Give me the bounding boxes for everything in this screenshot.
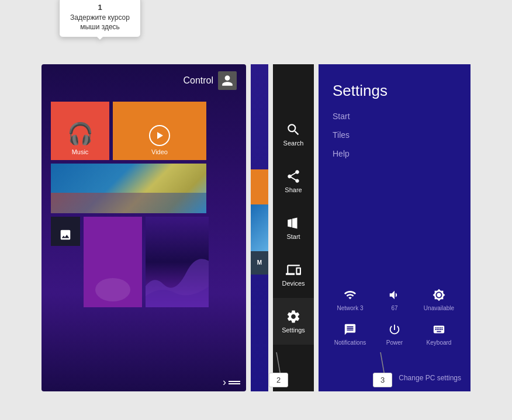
power-icon: [388, 323, 401, 336]
notifications-icon: [344, 323, 357, 336]
wave-graphic: [146, 249, 209, 307]
settings-links: Start Tiles Help: [319, 112, 471, 158]
tile-wave[interactable]: [146, 217, 209, 307]
callout-2-label: 2: [276, 376, 281, 384]
charm-search-label: Search: [283, 140, 304, 147]
user-avatar: [218, 71, 237, 90]
footer-line-2: [229, 383, 240, 384]
tile-video-label: Video: [151, 148, 168, 155]
charm-start[interactable]: Start: [273, 204, 314, 251]
brightness-icon: [433, 289, 445, 301]
callout-3-container: 3: [373, 373, 392, 387]
windows-icon: [286, 216, 301, 231]
charm-search[interactable]: Search: [273, 111, 314, 158]
callout-3-label: 3: [380, 376, 385, 384]
preview-strip: M: [251, 64, 268, 391]
tiles-row-3: [51, 217, 237, 307]
footer-lines: [229, 381, 240, 384]
user-icon: [221, 74, 234, 87]
settings-icon-keyboard-label: Keyboard: [427, 339, 452, 346]
search-icon: [286, 122, 301, 137]
settings-icons-row-2: Notifications Power Keyboard: [328, 323, 461, 346]
charms-bar: Search Share Start Devices: [273, 64, 314, 391]
svg-line-1: [276, 352, 281, 376]
tooltip-text: Задержите курсор мыши здесь: [68, 13, 132, 33]
user-name: Control: [183, 75, 213, 86]
start-screen-header: Control: [41, 64, 246, 97]
start-screen: Control 🎧 Music: [41, 64, 246, 391]
charm-share[interactable]: Share: [273, 158, 314, 204]
settings-link-help[interactable]: Help: [333, 149, 456, 158]
tooltip-number: 1: [68, 2, 132, 13]
callout-2-container: 2: [269, 373, 288, 387]
play-icon-container: [149, 125, 170, 146]
footer-line-1: [229, 381, 240, 382]
settings-icon-network-label: Network 3: [337, 305, 363, 311]
tiles-row-1: 🎧 Music Video: [51, 102, 237, 160]
settings-icon-volume[interactable]: 67: [374, 289, 415, 311]
settings-icon-notifications[interactable]: Notifications: [330, 323, 371, 346]
settings-icon-brightness[interactable]: Unavailable: [418, 289, 459, 311]
gear-icon: [286, 309, 301, 324]
photo-icon: [59, 228, 72, 241]
network-icon: [344, 289, 357, 301]
callout-box-3: 3: [373, 373, 392, 387]
settings-title: Settings: [319, 64, 471, 112]
settings-link-start[interactable]: Start: [333, 112, 456, 121]
play-icon: [155, 131, 164, 140]
tile-purple[interactable]: [84, 217, 142, 307]
tooltip-bubble: 1 Задержите курсор мыши здесь: [59, 0, 141, 37]
share-icon: [286, 169, 301, 184]
settings-icon-power-label: Power: [386, 339, 403, 346]
tiles-row-2: [51, 164, 237, 213]
charm-settings[interactable]: Settings: [273, 298, 314, 345]
keyboard-icon: [433, 323, 445, 336]
tile-small-dark[interactable]: [51, 217, 80, 246]
main-container: 1 Задержите курсор мыши здесь Control 🎧 …: [41, 29, 471, 391]
callout-box-2: 2: [269, 373, 288, 387]
headphones-icon: 🎧: [67, 122, 94, 146]
settings-icons-row-1: Network 3 67 Unavailable: [328, 289, 461, 311]
charm-devices-label: Devices: [282, 280, 305, 287]
start-screen-footer: ›: [41, 374, 246, 391]
settings-icon-power[interactable]: Power: [374, 323, 415, 346]
tile-music[interactable]: 🎧 Music: [51, 102, 109, 160]
charm-start-label: Start: [286, 233, 300, 240]
tile-video[interactable]: Video: [113, 102, 206, 160]
charm-devices[interactable]: Devices: [273, 251, 314, 298]
settings-panel: Settings Start Tiles Help Network 3: [319, 64, 471, 391]
settings-icon-network[interactable]: Network 3: [330, 289, 371, 311]
charm-settings-label: Settings: [282, 327, 305, 334]
preview-strip-orange: [251, 169, 268, 204]
charm-share-label: Share: [285, 186, 302, 193]
tile-music-label: Music: [72, 148, 89, 155]
settings-icon-brightness-label: Unavailable: [424, 305, 454, 311]
svg-marker-0: [157, 132, 163, 139]
svg-line-2: [380, 352, 385, 376]
footer-arrow: ›: [223, 376, 226, 388]
settings-icon-notifications-label: Notifications: [334, 339, 366, 346]
preview-strip-photo: [251, 204, 268, 251]
settings-icon-keyboard[interactable]: Keyboard: [418, 323, 459, 346]
tiles-grid: 🎧 Music Video: [41, 97, 246, 312]
preview-strip-m: M: [251, 251, 268, 275]
volume-icon: [388, 289, 401, 301]
settings-link-tiles[interactable]: Tiles: [333, 130, 456, 140]
devices-icon: [286, 262, 301, 277]
tile-travel[interactable]: [51, 164, 206, 213]
settings-icon-volume-label: 67: [391, 305, 397, 311]
